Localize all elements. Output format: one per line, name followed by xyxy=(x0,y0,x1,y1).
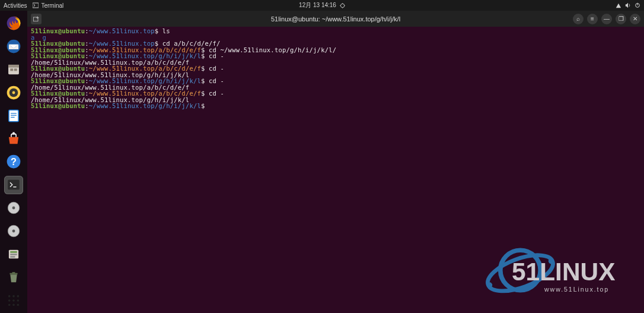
network-icon xyxy=(616,2,621,8)
restore-button[interactable]: ❐ xyxy=(616,14,626,24)
dock-drivers[interactable] xyxy=(4,245,23,263)
trash-icon xyxy=(6,270,21,285)
dock-files[interactable] xyxy=(4,61,23,79)
activities-button[interactable]: Activities xyxy=(4,2,27,9)
window-title: 51linux@ubuntu: ~/www.51linux.top/g/h/i/… xyxy=(271,15,400,23)
dock-thunderbird[interactable] xyxy=(4,37,23,56)
new-tab-icon xyxy=(33,15,40,23)
dock-firefox[interactable] xyxy=(4,14,23,33)
dock-disc-1[interactable] xyxy=(4,199,23,217)
ubuntu-software-icon xyxy=(6,131,21,147)
rhythmbox-icon xyxy=(6,85,21,100)
svg-rect-30 xyxy=(10,251,17,252)
svg-point-12 xyxy=(12,91,15,94)
dock-trash[interactable] xyxy=(4,268,23,286)
svg-rect-7 xyxy=(8,65,19,68)
svg-point-1 xyxy=(340,4,344,7)
svg-rect-9 xyxy=(14,68,17,71)
svg-point-37 xyxy=(17,295,20,297)
disc-icon xyxy=(6,223,21,239)
additional-drivers-icon xyxy=(6,246,21,262)
svg-point-35 xyxy=(8,295,11,297)
svg-point-36 xyxy=(12,295,15,297)
svg-point-42 xyxy=(12,303,15,306)
svg-point-43 xyxy=(17,303,20,306)
dock-disc-2[interactable] xyxy=(4,222,23,241)
svg-rect-13 xyxy=(9,110,18,122)
system-tray[interactable] xyxy=(616,2,640,8)
clock[interactable]: 12月 13 14:16 xyxy=(299,1,345,10)
dock-terminal[interactable] xyxy=(4,176,23,194)
apps-grid-icon xyxy=(7,294,20,307)
svg-point-40 xyxy=(17,299,20,302)
close-button[interactable]: ✕ xyxy=(630,14,640,24)
dock-apps[interactable] xyxy=(4,291,23,309)
app-menu[interactable]: Terminal xyxy=(33,2,63,9)
terminal-titlebar[interactable]: 51linux@ubuntu: ~/www.51linux.top/g/h/i/… xyxy=(27,11,644,27)
new-tab-button[interactable] xyxy=(31,14,42,24)
svg-text:?: ? xyxy=(11,156,17,167)
libreoffice-writer-icon xyxy=(6,108,21,124)
svg-point-38 xyxy=(8,299,11,302)
power-icon xyxy=(635,2,640,8)
svg-rect-32 xyxy=(10,256,15,257)
thunderbird-icon xyxy=(6,39,21,54)
dock-writer[interactable] xyxy=(4,106,23,125)
svg-rect-0 xyxy=(33,3,39,8)
gnome-topbar: Activities Terminal 12月 13 14:16 xyxy=(0,0,644,11)
terminal-window: 51linux@ubuntu: ~/www.51linux.top/g/h/i/… xyxy=(27,11,644,313)
svg-rect-31 xyxy=(10,254,17,255)
svg-point-41 xyxy=(8,303,11,306)
svg-rect-8 xyxy=(10,68,13,71)
dock-help[interactable]: ? xyxy=(4,153,23,171)
svg-point-39 xyxy=(12,299,15,302)
terminal-icon xyxy=(7,178,21,192)
volume-icon xyxy=(625,2,631,8)
svg-rect-18 xyxy=(12,132,14,134)
dock: ? xyxy=(0,11,27,313)
terminal-indicator-icon xyxy=(33,2,39,8)
svg-point-25 xyxy=(12,207,15,210)
disc-icon xyxy=(6,200,21,216)
dock-software[interactable] xyxy=(4,129,23,148)
files-icon xyxy=(6,62,21,77)
svg-rect-21 xyxy=(8,180,20,190)
minimize-button[interactable]: — xyxy=(601,14,612,24)
svg-point-28 xyxy=(12,230,15,233)
help-icon: ? xyxy=(6,154,21,169)
dock-rhythmbox[interactable] xyxy=(4,84,23,102)
svg-rect-34 xyxy=(12,272,15,273)
firefox-icon xyxy=(6,15,21,31)
menu-button[interactable]: ≡ xyxy=(587,14,598,24)
notification-icon xyxy=(340,3,345,8)
search-button[interactable]: ⌕ xyxy=(573,14,584,24)
terminal-body[interactable]: 51linux@ubuntu:~/www.51linux.top$ ls a g… xyxy=(27,27,644,313)
